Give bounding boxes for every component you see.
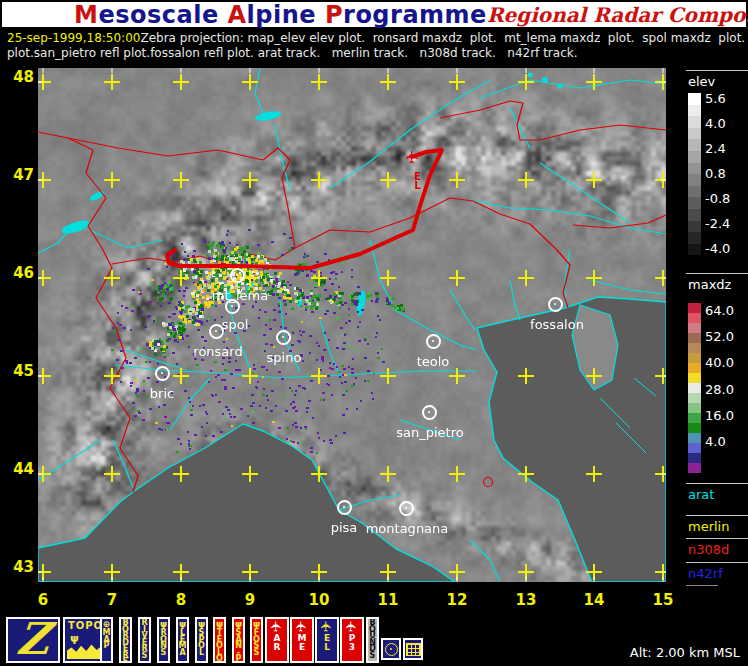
toolbar-button-label: B O R D E R S (122, 620, 129, 663)
elev-legend-label: 0.8 (705, 166, 726, 181)
toolbar-button-rons[interactable]: ψR O N S (157, 617, 170, 663)
lat-tick-label-43: 43 (2, 558, 34, 576)
toolbar-button-label: E L (324, 634, 330, 652)
maxdz-legend-label: 16.0 (705, 408, 734, 423)
app-title: Mesoscale Alpine Programme (74, 1, 487, 29)
toolbar-button-label: S P O L (198, 630, 205, 656)
station-label-mt_lema: mt_lema (212, 288, 269, 303)
station-label-san_pietro: san_pietro (396, 425, 463, 440)
station-marker-teolo[interactable] (426, 334, 441, 349)
toolbar-button-label: M A P (103, 630, 111, 650)
app-title-segment: lpine (247, 1, 325, 29)
lon-tick-label-9: 9 (235, 591, 265, 609)
title-bar: Mesoscale Alpine Programme Regional Rada… (2, 2, 746, 27)
elev-legend-label: 5.6 (705, 91, 726, 106)
station-label-spol: spol (222, 317, 249, 332)
toolbar-button-target-icon[interactable] (381, 638, 401, 660)
toolbar-button-grid-icon[interactable] (403, 638, 423, 660)
station-label-fossalon: fossalon (530, 317, 584, 332)
track-legend-merlin: merlin (688, 519, 729, 534)
toolbar-button-bounds[interactable]: B O U N D S (366, 617, 379, 663)
lat-tick-label-47: 47 (2, 166, 34, 184)
station-marker-pisa[interactable] (337, 500, 352, 515)
grid-icon (406, 643, 421, 656)
station-marker-spino[interactable] (276, 330, 291, 345)
toolbar-button-spol[interactable]: ψS P O L (195, 617, 208, 663)
altitude-readout: Alt: 2.00 km MSL (630, 645, 740, 660)
legend-swatch (688, 333, 701, 343)
legend-swatch (688, 353, 701, 363)
lon-tick-label-15: 15 (648, 591, 678, 609)
toolbar-button-rivers[interactable]: R I V E R S (138, 617, 151, 663)
projection-info: Zebra projection: map_elev elev plot. ro… (140, 31, 748, 45)
elev-legend-label: -0.8 (705, 191, 730, 206)
toolbar-button-me[interactable]: ✈M E (290, 617, 314, 663)
maxdz-colorbar (688, 303, 701, 473)
topo-button-label: TOPO (68, 620, 103, 631)
plane-icon: ✈ (269, 621, 284, 633)
toolbar-button-label: B O U N D S (369, 620, 376, 659)
app-title-segment: P (325, 1, 343, 29)
legend-swatch (688, 423, 701, 433)
toolbar-button-foss[interactable]: ψF O S S (250, 617, 263, 663)
sidebar-divider (686, 538, 748, 539)
legend-swatch (688, 221, 701, 233)
legend-swatch (688, 139, 701, 151)
toolbar-button-el[interactable]: ✈E L (315, 617, 339, 663)
toolbar-button-borders[interactable]: B O R D E R S (119, 617, 132, 663)
sidebar-divider (686, 562, 748, 563)
toolbar-button-lema[interactable]: ψL E M A (176, 617, 189, 663)
maxdz-legend-label: 52.0 (705, 329, 734, 344)
station-marker-ronsard[interactable] (209, 324, 224, 339)
dish-icon: ψ (70, 632, 79, 645)
aircraft-icon: ✈ (404, 149, 421, 163)
toolbar-button-label: F O S S (253, 630, 260, 656)
toolbar-button-san-p[interactable]: ψS A N - P (232, 617, 245, 663)
station-label-spino: spino (267, 350, 302, 365)
legend-swatch (688, 303, 701, 313)
track-legend-arat: arat (688, 487, 714, 502)
maxdz-legend-label: 4.0 (705, 434, 726, 449)
toolbar-button-teolo[interactable]: ψT E O L O (213, 617, 226, 663)
app-title-segment: esoscale (98, 1, 227, 29)
toolbar-button-label: P 3 (349, 634, 356, 652)
sidebar-divider (686, 273, 748, 274)
station-label-bric: bric (150, 386, 174, 401)
lon-tick-label-8: 8 (166, 591, 196, 609)
toolbar-button-z[interactable]: Z (6, 617, 60, 663)
lat-tick-label-44: 44 (2, 460, 34, 478)
legend-swatch (688, 244, 701, 256)
lon-tick-label-14: 14 (579, 591, 609, 609)
app-title-segment: rogramme (343, 1, 487, 29)
zebra-logo-icon: Z (15, 619, 51, 659)
maxdz-legend-title: maxdz (688, 277, 731, 292)
legend-swatch (688, 197, 701, 209)
toolbar-button-p3[interactable]: ✈P 3 (340, 617, 364, 663)
elev-legend-title: elev (688, 74, 715, 89)
lat-tick-label-45: 45 (2, 362, 34, 380)
station-marker-montagnana[interactable] (399, 501, 414, 516)
legend-swatch (688, 403, 701, 413)
station-marker-mt_lema[interactable] (230, 268, 245, 283)
legend-swatch (688, 363, 701, 373)
legend-swatch (688, 313, 701, 323)
station-marker-spol[interactable] (225, 299, 240, 314)
station-label-ronsard: ronsard (193, 344, 242, 359)
legend-swatch (688, 128, 701, 140)
station-marker-san_pietro[interactable] (422, 405, 437, 420)
station-marker-fossalon[interactable] (548, 297, 563, 312)
station-marker-bric[interactable] (155, 366, 170, 381)
lon-tick-label-7: 7 (97, 591, 127, 609)
target-icon (385, 643, 398, 656)
station-label-teolo: teolo (417, 354, 450, 369)
lon-tick-label-11: 11 (373, 591, 403, 609)
toolbar-button-label: T E O L O (216, 630, 223, 663)
lat-tick-label-48: 48 (2, 68, 34, 86)
legend-swatch (688, 463, 701, 473)
toolbar-button-map[interactable]: ⊕M A P (100, 617, 113, 663)
toolbar-button-ar[interactable]: ✈A R (265, 617, 289, 663)
toolbar-button-label: R I V E R S (141, 620, 147, 659)
toolbar-button-label: R O N S (160, 630, 167, 656)
plane-icon: ✈ (344, 621, 359, 633)
legend-swatch (688, 151, 701, 163)
